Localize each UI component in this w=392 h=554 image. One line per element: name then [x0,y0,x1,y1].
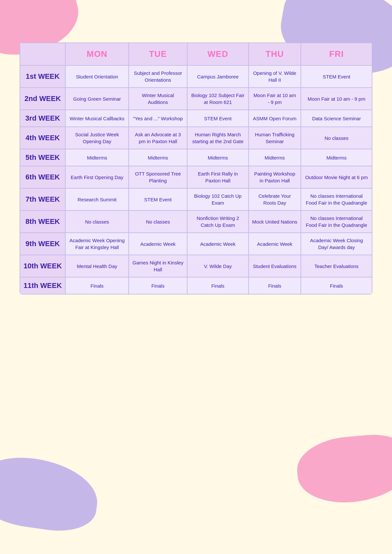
event-cell: Mental Health Day [65,255,128,277]
day-fri: FRI [301,43,372,65]
decorative-blob-pink-bottom-right [295,431,392,507]
event-cell: Midterms [65,149,128,166]
event-cell: No classes [65,210,128,233]
event-cell: Outdoor Movie Night at 6 pm [301,166,372,188]
event-cell: Research Summit [65,188,128,210]
event-cell: Biology 102 Catch Up Exam [187,188,249,210]
week-label-7: 7th WEEK [20,188,65,210]
event-cell: Games Night in Kinsley Hall [129,255,187,277]
event-cell: Finals [301,277,372,294]
event-cell: Academic Week [249,233,301,255]
event-cell: Academic Week Opening Fair at Kingsley H… [65,233,128,255]
day-mon: MON [65,43,128,65]
week-label-6: 6th WEEK [20,166,65,188]
event-cell: Academic Week [129,233,187,255]
event-cell: STEM Event [129,188,187,210]
week-label-11: 11th WEEK [20,277,65,294]
day-thu: THU [249,43,301,65]
week-label-10: 10th WEEK [20,255,65,277]
week-label-1: 1st WEEK [20,65,65,88]
event-cell: Academic Week Closing Day/ Awards day [301,233,372,255]
timetable: MON TUE WED THU FRI 1st WEEKStudent Orie… [20,42,372,294]
event-cell: Earth First Rally in Paxton Hall [187,166,249,188]
event-cell: Human Trafficking Seminar [249,127,301,149]
event-cell: Finals [129,277,187,294]
day-tue: TUE [129,43,187,65]
week-label-4: 4th WEEK [20,127,65,149]
event-cell: Finals [187,277,249,294]
event-cell: Social Justice Week Opening Day [65,127,128,149]
event-cell: Student Evaluations [249,255,301,277]
event-cell: No classes [129,210,187,233]
event-cell: Finals [249,277,301,294]
event-cell: Moon Fair at 10 am - 9 pm [301,88,372,110]
event-cell: V. Wilde Day [187,255,249,277]
event-cell: OTT Sponsored Tree Planting [129,166,187,188]
event-cell: Finals [65,277,128,294]
event-cell: Human Rights March starting at the 2nd G… [187,127,249,149]
event-cell: Campus Jamboree [187,65,249,88]
event-cell: Going Green Seminar [65,88,128,110]
event-cell: Celebrate Your Roots Day [249,188,301,210]
event-cell: Midterms [129,149,187,166]
event-cell: Painting Workshop in Paxton Hall [249,166,301,188]
week-label-9: 9th WEEK [20,233,65,255]
decorative-blob-purple-bottom-left [0,451,102,536]
event-cell: Winter Musical Auditions [129,88,187,110]
event-cell: STEM Event [301,65,372,88]
event-cell: No classes International Food Fair in th… [301,210,372,233]
event-cell: Academic Week [187,233,249,255]
event-cell: STEM Event [187,110,249,127]
event-cell: Opening of V. Wilde Hall II [249,65,301,88]
event-cell: Midterms [249,149,301,166]
day-wed: WED [187,43,249,65]
event-cell: Ask an Advocate at 3 pm in Paxton Hall [129,127,187,149]
event-cell: No classes International Food Fair in th… [301,188,372,210]
event-cell: No classes [301,127,372,149]
event-cell: Teacher Evaluations [301,255,372,277]
event-cell: Midterms [301,149,372,166]
event-cell: Subject and Professor Orientations [129,65,187,88]
event-cell: Midterms [187,149,249,166]
event-cell: Data Science Seminar [301,110,372,127]
week-label-2: 2nd WEEK [20,88,65,110]
event-cell: Nonfiction Writing 2 Catch Up Exam [187,210,249,233]
event-cell: Student Orientation [65,65,128,88]
week-column-header [20,43,65,65]
week-label-8: 8th WEEK [20,210,65,233]
event-cell: Winter Musical Callbacks [65,110,128,127]
event-cell: Mock United Nations [249,210,301,233]
event-cell: Moon Fair at 10 am - 9 pm [249,88,301,110]
week-label-3: 3rd WEEK [20,110,65,127]
event-cell: ASMM Open Forum [249,110,301,127]
event-cell: Earth First Opening Day [65,166,128,188]
event-cell: "Yes and ..." Workshop [129,110,187,127]
event-cell: Biology 102 Subject Fair at Room 621 [187,88,249,110]
week-label-5: 5th WEEK [20,149,65,166]
